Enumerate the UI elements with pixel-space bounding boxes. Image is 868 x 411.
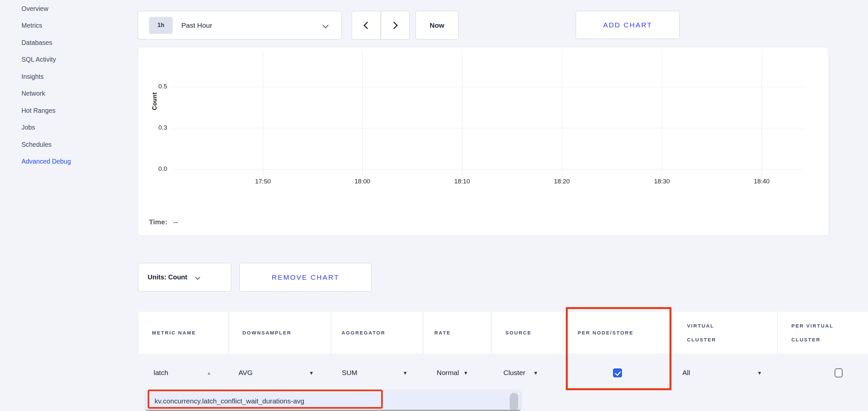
column-header-label: VIRTUAL CLUSTER bbox=[687, 319, 740, 347]
sidebar-item-label: Hot Ranges bbox=[22, 107, 56, 114]
per-node-store-checkbox[interactable] bbox=[613, 369, 622, 377]
gridline bbox=[462, 50, 462, 177]
now-button[interactable]: Now bbox=[415, 11, 459, 40]
sidebar-item-label: Jobs bbox=[22, 124, 35, 131]
hover-time-readout: Time: -- bbox=[149, 218, 178, 226]
chevron-right-icon bbox=[391, 22, 398, 29]
column-header-label: DOWNSAMPLER bbox=[242, 326, 291, 340]
gridline bbox=[263, 50, 263, 177]
prev-interval-button[interactable] bbox=[352, 11, 381, 40]
per-virtual-cluster-cell bbox=[778, 356, 868, 389]
add-chart-button[interactable]: ADD CHART bbox=[576, 11, 680, 39]
custom-chart-card: Count 0.5 0.3 0.0 17:50 18:00 18:10 18:2… bbox=[138, 47, 829, 236]
time-range-select[interactable]: 1h Past Hour bbox=[138, 11, 342, 40]
sidebar-item-insights[interactable]: Insights bbox=[22, 70, 121, 83]
column-header-label: METRIC NAME bbox=[152, 326, 196, 340]
sidebar-item-overview[interactable]: Overview bbox=[22, 2, 121, 15]
triangle-down-icon: ▼ bbox=[309, 370, 314, 375]
rate-value: Normal bbox=[437, 369, 459, 377]
sidebar-item-label: Metrics bbox=[22, 22, 42, 29]
add-chart-label: ADD CHART bbox=[603, 21, 652, 29]
remove-chart-label: REMOVE CHART bbox=[272, 273, 340, 281]
sidebar-item-databases[interactable]: Databases bbox=[22, 36, 121, 49]
triangle-up-icon: ▲ bbox=[207, 370, 211, 375]
triangle-down-icon: ▼ bbox=[757, 370, 762, 375]
column-header-aggregator: AGGREGATOR bbox=[332, 312, 423, 353]
column-header-rate: RATE bbox=[424, 312, 491, 353]
column-header-downsampler: DOWNSAMPLER bbox=[229, 312, 330, 353]
triangle-down-icon: ▼ bbox=[403, 370, 408, 375]
column-header-source: SOURCE bbox=[492, 312, 563, 353]
x-tick-label: 18:30 bbox=[654, 178, 670, 185]
y-tick-label: 0.0 bbox=[145, 165, 167, 173]
chevron-down-icon bbox=[322, 22, 328, 28]
time-range-badge: 1h bbox=[149, 17, 173, 34]
y-tick-label: 0.5 bbox=[145, 83, 167, 90]
column-header-per-node-store: PER NODE/STORE bbox=[564, 312, 671, 353]
metric-name-value: latch bbox=[154, 369, 168, 377]
dropdown-scrollbar-thumb[interactable] bbox=[509, 393, 518, 411]
rate-select[interactable]: Normal ▼ bbox=[424, 356, 491, 389]
downsampler-value: AVG bbox=[239, 369, 253, 377]
column-header-virtual-cluster: VIRTUAL CLUSTER bbox=[672, 312, 777, 353]
time-pager bbox=[352, 11, 409, 40]
source-value: Cluster bbox=[503, 369, 526, 377]
sidebar-item-network[interactable]: Network bbox=[22, 87, 121, 100]
aggregator-select[interactable]: SUM ▼ bbox=[332, 356, 423, 389]
sidebar-item-label: Insights bbox=[22, 73, 43, 80]
per-node-store-cell bbox=[564, 356, 671, 389]
virtual-cluster-value: All bbox=[682, 369, 690, 377]
units-select-label: Units: Count bbox=[148, 273, 187, 281]
metric-suggestion-label: kv.concurrency.latch_conflict_wait_durat… bbox=[155, 397, 304, 405]
per-virtual-cluster-checkbox[interactable] bbox=[835, 369, 843, 377]
gridline bbox=[362, 50, 363, 177]
units-select[interactable]: Units: Count bbox=[138, 263, 231, 292]
chevron-down-icon bbox=[195, 275, 200, 280]
advanced-debug-custom-chart-page: Overview Metrics Databases SQL Activity … bbox=[0, 0, 868, 411]
now-button-label: Now bbox=[430, 22, 444, 29]
x-tick-label: 18:10 bbox=[454, 178, 470, 185]
sidebar-item-sql-activity[interactable]: SQL Activity bbox=[22, 53, 121, 66]
column-header-label: SOURCE bbox=[505, 326, 531, 340]
column-header-label: PER NODE/STORE bbox=[578, 326, 633, 340]
gridline bbox=[172, 87, 804, 87]
column-header-metric-name: METRIC NAME bbox=[139, 312, 228, 353]
sidebar-item-label: Network bbox=[22, 90, 45, 97]
sidebar-item-label: Overview bbox=[22, 5, 48, 12]
metric-name-input[interactable]: latch ▲ bbox=[139, 356, 228, 389]
gridline bbox=[662, 50, 662, 177]
sidebar-item-hot-ranges[interactable]: Hot Ranges bbox=[22, 104, 121, 117]
metric-suggestion-item[interactable]: kv.concurrency.latch_conflict_wait_durat… bbox=[155, 395, 452, 408]
sidebar-item-label: Advanced Debug bbox=[22, 158, 71, 165]
gridline bbox=[762, 50, 762, 177]
sidebar-item-label: Databases bbox=[22, 39, 52, 46]
time-range-label: Past Hour bbox=[181, 22, 212, 29]
triangle-down-icon: ▼ bbox=[463, 370, 468, 375]
sidebar-item-advanced-debug[interactable]: Advanced Debug bbox=[22, 155, 121, 168]
next-interval-button[interactable] bbox=[381, 11, 410, 40]
sidebar-item-jobs[interactable]: Jobs bbox=[22, 121, 121, 134]
downsampler-select[interactable]: AVG ▼ bbox=[229, 356, 330, 389]
sidebar-item-metrics[interactable]: Metrics bbox=[22, 19, 121, 32]
x-tick-label: 18:20 bbox=[554, 178, 570, 185]
virtual-cluster-select[interactable]: All ▼ bbox=[672, 356, 777, 389]
triangle-down-icon: ▼ bbox=[533, 370, 538, 375]
x-tick-label: 17:50 bbox=[255, 178, 271, 185]
column-header-per-virtual-cluster: PER VIRTUAL CLUSTER bbox=[778, 312, 868, 353]
sidebar-item-label: SQL Activity bbox=[22, 56, 56, 63]
sidebar-item-label: Schedules bbox=[22, 141, 52, 148]
x-tick-label: 18:40 bbox=[754, 178, 770, 185]
column-header-label: AGGREGATOR bbox=[342, 326, 385, 340]
x-tick-label: 18:00 bbox=[354, 178, 370, 185]
source-select[interactable]: Cluster ▼ bbox=[492, 356, 563, 389]
dropdown-row-divider bbox=[146, 410, 520, 411]
gridline bbox=[562, 50, 562, 177]
remove-chart-button[interactable]: REMOVE CHART bbox=[240, 263, 372, 292]
gridline bbox=[172, 169, 804, 170]
chevron-left-icon bbox=[363, 22, 371, 29]
y-tick-label: 0.3 bbox=[145, 124, 167, 131]
column-header-label: RATE bbox=[434, 326, 451, 340]
column-header-label: PER VIRTUAL CLUSTER bbox=[792, 319, 851, 347]
gridline bbox=[172, 128, 804, 128]
sidebar-item-schedules[interactable]: Schedules bbox=[22, 138, 121, 151]
